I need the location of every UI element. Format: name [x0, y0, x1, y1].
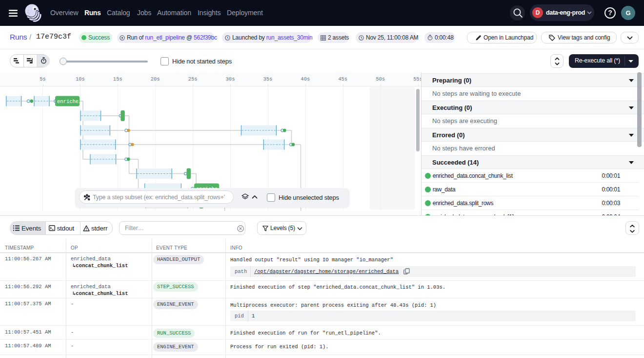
- svg-text:enriche…: enriche…: [57, 99, 81, 105]
